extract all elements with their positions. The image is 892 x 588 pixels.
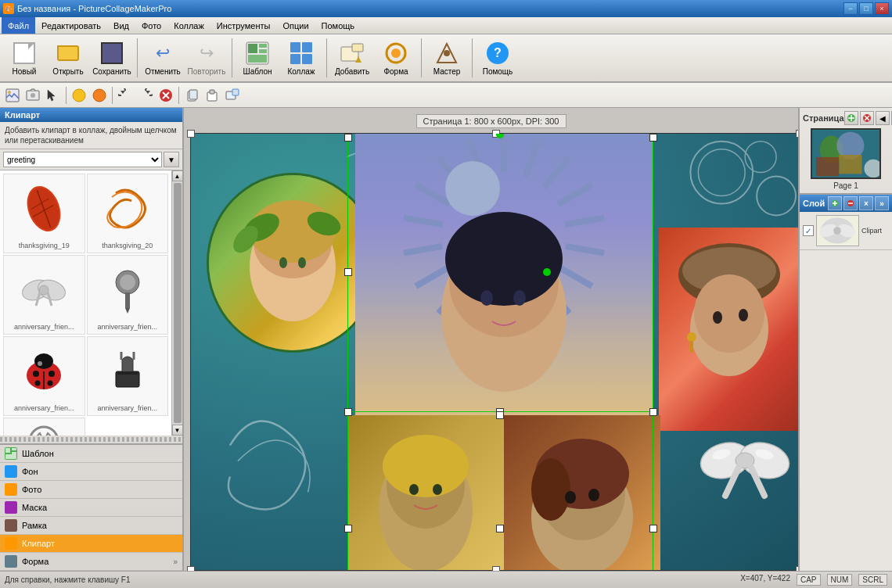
toolbar-sep-1 <box>137 38 138 77</box>
sel-handle-1[interactable] <box>344 134 352 142</box>
svg-point-116 <box>565 491 576 504</box>
corner-handle-bl[interactable] <box>187 566 195 571</box>
svg-point-71 <box>298 257 306 268</box>
nav-shape-label: Форма <box>22 557 49 566</box>
scroll-down-btn[interactable]: ▼ <box>172 425 183 436</box>
menu-options[interactable]: Опции <box>276 17 315 34</box>
sel-handle-mid-center[interactable] <box>496 411 504 419</box>
paste-btn[interactable] <box>203 86 221 105</box>
nav-image-btn[interactable] <box>3 86 22 105</box>
layer-add-btn[interactable] <box>828 196 842 210</box>
menu-photo[interactable]: Фото <box>135 17 167 34</box>
svg-point-115 <box>531 458 570 521</box>
corner-handle-tr[interactable] <box>796 130 798 138</box>
maximize-button[interactable]: □ <box>859 2 873 15</box>
clipart-item-thanksgiving19[interactable]: thanksgiving_19 <box>3 174 85 253</box>
clipart-item-anniversary3[interactable]: anniversary_frien... <box>3 336 85 416</box>
sel-handle-3[interactable] <box>649 134 657 142</box>
menu-view[interactable]: Вид <box>107 17 135 34</box>
main-canvas[interactable] <box>190 133 798 571</box>
page-thumbnail[interactable] <box>811 128 881 179</box>
svg-point-104 <box>739 309 748 321</box>
sel-handle-bottom-m[interactable] <box>496 525 504 532</box>
page-nav-left-btn[interactable]: ◀ <box>876 111 890 125</box>
nav-photo-btn[interactable] <box>23 86 42 105</box>
delete-btn[interactable] <box>156 86 175 105</box>
rotate-right-btn[interactable] <box>136 86 155 105</box>
svg-point-22 <box>93 89 106 102</box>
edge-handle-bottom[interactable] <box>492 566 500 571</box>
photo-2[interactable] <box>355 134 653 431</box>
svg-line-87 <box>415 267 449 286</box>
svg-rect-57 <box>5 454 16 459</box>
title-bar-controls[interactable]: − □ × <box>843 2 889 15</box>
bow-clipart[interactable] <box>694 414 796 507</box>
clipart-item-anniversary4[interactable]: anniversary_frien... <box>87 336 169 416</box>
minimize-button[interactable]: − <box>843 2 858 15</box>
canvas-wrapper[interactable] <box>190 133 798 571</box>
orange-circle-btn[interactable] <box>90 86 109 105</box>
select-tool-btn[interactable] <box>44 86 63 105</box>
svg-point-20 <box>31 93 35 98</box>
shape-button[interactable]: Форма <box>375 36 417 80</box>
clipart-item-thanksgiving20[interactable]: thanksgiving_20 <box>87 174 169 253</box>
help-button[interactable]: ? Помощь <box>477 36 519 80</box>
sel-handle-bottom-l[interactable] <box>344 525 352 532</box>
nav-shape[interactable]: Форма » <box>0 553 182 571</box>
close-button[interactable]: × <box>875 2 889 15</box>
menu-collage[interactable]: Коллаж <box>167 17 210 34</box>
menu-tools[interactable]: Инструменты <box>210 17 277 34</box>
sel-handle-green-side[interactable] <box>543 268 551 276</box>
menu-help[interactable]: Помощь <box>315 17 361 34</box>
template-button[interactable]: Шаблон <box>236 36 279 80</box>
menu-file[interactable]: Файл <box>2 17 35 34</box>
master-button[interactable]: Мастер <box>426 36 468 80</box>
add-button[interactable]: Добавить <box>331 36 373 80</box>
collage-button[interactable]: Коллаж <box>280 36 322 80</box>
nav-photo[interactable]: Фото <box>0 481 182 499</box>
redo-button[interactable]: ↪ Повторить <box>185 36 228 80</box>
clipart-search-button[interactable]: ▼ <box>164 152 179 167</box>
photo-3[interactable] <box>659 228 798 431</box>
corner-handle-br[interactable] <box>796 566 798 571</box>
sel-handle-left-mid[interactable] <box>344 268 352 276</box>
nav-template[interactable]: Шаблон <box>0 445 182 463</box>
menu-edit[interactable]: Редактировать <box>35 17 107 34</box>
layer-remove-btn[interactable] <box>843 196 858 210</box>
layer-checkbox-1[interactable]: ✓ <box>803 225 814 236</box>
zoom-btn[interactable] <box>223 86 242 105</box>
new-button[interactable]: Новый <box>3 36 45 80</box>
nav-clipart[interactable]: Клипарт <box>0 535 182 553</box>
sec-sep-1 <box>66 87 67 104</box>
rotate-left-btn[interactable] <box>116 86 135 105</box>
layer-close-btn[interactable]: × <box>859 196 873 210</box>
copy-btn[interactable] <box>182 86 201 105</box>
photo-1[interactable] <box>207 173 379 353</box>
clipart-category-select[interactable]: greeting <box>3 152 162 167</box>
svg-rect-1 <box>248 44 257 53</box>
clipart-item-anniversary2[interactable]: anniversary_frien... <box>87 255 169 335</box>
sel-handle-4[interactable] <box>344 408 352 416</box>
photo-4[interactable] <box>347 415 504 571</box>
nav-background[interactable]: Фон <box>0 463 182 481</box>
layer-expand-btn[interactable]: » <box>875 196 889 210</box>
sel-handle-6[interactable] <box>649 408 657 416</box>
nav-frame[interactable]: Рамка <box>0 517 182 535</box>
add-label: Добавить <box>335 67 369 76</box>
corner-handle-tl[interactable] <box>187 130 195 138</box>
clipart-item-anniversary1[interactable]: anniversary_frien... <box>3 255 85 335</box>
scroll-thumb[interactable] <box>174 183 182 423</box>
undo-button[interactable]: ↩ Отменить <box>142 36 184 80</box>
sel-handle-bottom-r[interactable] <box>649 525 657 532</box>
page-close-btn[interactable] <box>860 111 874 125</box>
scroll-up-btn[interactable]: ▲ <box>172 170 183 181</box>
nav-mask[interactable]: Маска <box>0 499 182 517</box>
page-add-btn[interactable] <box>844 111 858 125</box>
layer-row-1[interactable]: ✓ Clipart <box>800 212 892 250</box>
clipart-item-extra[interactable] <box>3 418 85 436</box>
open-button[interactable]: Открыть <box>47 36 89 80</box>
clipart-scrollbar[interactable]: ▲ ▼ <box>171 170 182 436</box>
photo-5[interactable] <box>504 415 660 571</box>
yellow-circle-btn[interactable] <box>70 86 88 105</box>
save-button[interactable]: Сохранить <box>91 36 133 80</box>
